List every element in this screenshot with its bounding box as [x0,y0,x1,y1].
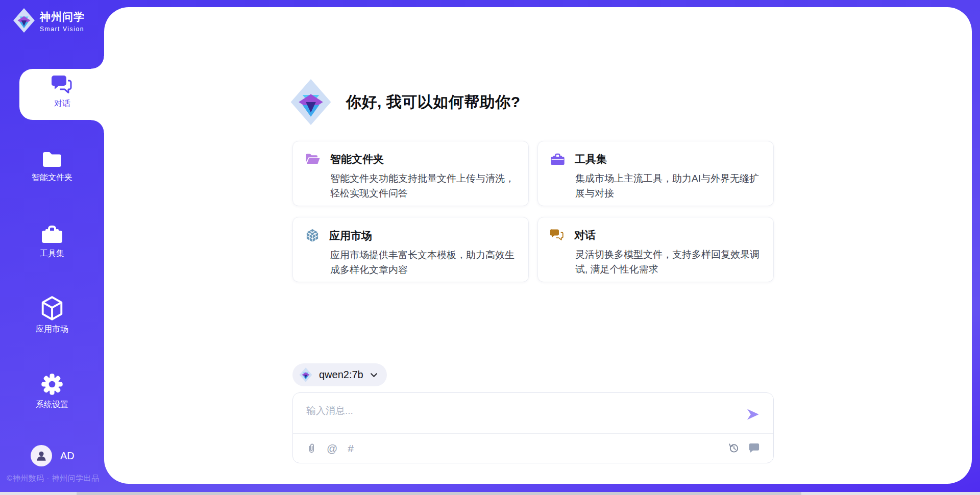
footer-credit: ©神州数码 · 神州问学出品 [7,474,109,483]
history-icon[interactable] [728,442,740,454]
sidebar-item-label: 工具集 [0,249,104,259]
card-smart-folder[interactable]: 智能文件夹 智能文件夹功能支持批量文件上传与清洗，轻松实现文件问答 [292,141,529,206]
at-icon[interactable]: @ [327,443,337,454]
sidebar-item-label: 对话 [19,98,105,109]
briefcase-icon [550,153,565,166]
feature-cards: 智能文件夹 智能文件夹功能支持批量文件上传与清洗，轻松实现文件问答 工具集 集成… [292,141,774,282]
card-description: 应用市场提供丰富长文本模板，助力高效生成多样化文章内容 [330,247,517,277]
card-app-market[interactable]: 应用市场 应用市场提供丰富长文本模板，助力高效生成多样化文章内容 [292,217,529,282]
sidebar-item-label: 智能文件夹 [0,172,104,183]
logo-diamond-icon [290,79,332,126]
scrollbar-thumb[interactable] [77,492,801,495]
hash-icon[interactable]: # [348,443,354,454]
card-toolset[interactable]: 工具集 集成市场上主流工具，助力AI与外界无缝扩展与对接 [537,141,774,206]
chat-bubbles-icon [19,75,105,95]
logo-diamond-icon [299,367,312,382]
card-title: 工具集 [575,152,607,166]
message-composer: @ # [292,392,774,463]
sidebar-item-smart-folder[interactable]: 智能文件夹 [0,150,104,183]
gear-icon [0,373,104,396]
greeting: 你好, 我可以如何帮助你? [290,79,521,126]
toolbox-icon [0,225,104,245]
sidebar-item-label: 应用市场 [0,324,104,335]
sidebar-item-app-market[interactable]: 应用市场 [0,296,104,335]
greeting-title: 你好, 我可以如何帮助你? [346,92,521,113]
model-name: qwen2:7b [319,369,363,381]
content-area: 你好, 我可以如何帮助你? 智能文件夹 智能文件夹功能支持批量文件上传与清洗，轻… [104,7,972,484]
cube-icon [0,296,104,320]
user-name: AD [60,450,75,462]
card-chat[interactable]: 对话 灵活切换多模型文件，支持多样回复效果调试, 满足个性化需求 [537,217,774,282]
brand-subtitle: Smart Vision [40,26,84,33]
avatar [31,445,52,466]
folder-open-icon [305,153,321,166]
brand: 神州问学 Smart Vision [12,8,104,35]
model-selector[interactable]: qwen2:7b [292,363,387,386]
paperclip-icon[interactable] [306,442,316,454]
horizontal-scrollbar[interactable] [0,492,980,495]
chevron-down-icon [370,373,378,378]
sidebar: 神州问学 Smart Vision 对话 智能文件夹 [0,0,104,495]
comment-icon[interactable] [748,442,760,454]
sidebar-item-settings[interactable]: 系统设置 [0,373,104,410]
sidebar-item-label: 系统设置 [0,400,104,410]
card-title: 智能文件夹 [330,152,384,166]
card-description: 灵活切换多模型文件，支持多样回复效果调试, 满足个性化需求 [575,247,762,277]
grid-cube-icon [305,228,320,243]
send-icon[interactable] [746,407,760,422]
user-profile[interactable]: AD [31,445,75,466]
folder-icon [0,150,104,169]
sidebar-item-chat[interactable]: 对话 [19,75,105,109]
card-description: 集成市场上主流工具，助力AI与外界无缝扩展与对接 [575,171,762,201]
logo-diamond-icon [12,8,36,35]
person-icon [35,449,48,462]
card-title: 对话 [574,228,596,242]
brand-name: 神州问学 [40,11,85,22]
chat-bubbles-icon [550,229,565,242]
sidebar-item-toolset[interactable]: 工具集 [0,225,104,259]
composer-divider [293,433,773,434]
card-description: 智能文件夹功能支持批量文件上传与清洗，轻松实现文件问答 [330,171,517,201]
message-input[interactable] [306,402,735,419]
card-title: 应用市场 [329,229,372,243]
